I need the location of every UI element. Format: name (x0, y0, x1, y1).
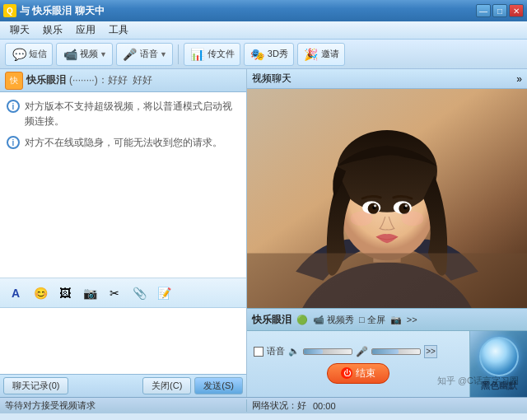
avatar: 快 (5, 72, 23, 90)
person-svg (247, 89, 527, 308)
video-icon: 📹 (62, 46, 78, 63)
title-bar: Q 与 快乐眼泪 聊天中 — □ ✕ (0, 0, 527, 21)
window-title: 与 快乐眼泪 聊天中 (20, 4, 105, 18)
left-panel: 快 快乐眼泪 (········)：好好 好好 i 对方版本不支持超级视频，将以… (0, 69, 247, 397)
camera-button[interactable]: 📷 (79, 282, 100, 304)
snapshot-button[interactable]: 📷 (390, 315, 402, 325)
maximize-button[interactable]: □ (492, 4, 507, 17)
chat-messages[interactable]: i 对方版本不支持超级视频，将以普通模式启动视频连接。 i 对方不在线或隐身，可… (0, 92, 246, 278)
invite-button[interactable]: 🎉 邀请 (297, 43, 345, 66)
menu-entertainment[interactable]: 娱乐 (36, 21, 69, 39)
voice-button[interactable]: 🎤 语音 ▼ (116, 43, 173, 66)
toolbar-separator (178, 44, 179, 64)
end-button[interactable]: ⏻ 结束 (327, 363, 389, 384)
status-left: 等待对方接受视频请求 (0, 399, 247, 412)
more-button[interactable]: >> (407, 315, 417, 324)
close-button[interactable]: ✕ (509, 4, 524, 17)
minimize-button[interactable]: — (476, 4, 491, 17)
speaker-icon: 🔈 (288, 346, 300, 357)
status-text-left: 等待对方接受视频请求 (5, 400, 96, 410)
network-status: 网络状况：好 (252, 399, 306, 412)
expand-icon[interactable]: » (516, 73, 522, 85)
svg-rect-15 (247, 254, 527, 309)
settings-arrow[interactable]: >> (424, 345, 437, 358)
title-bar-left: Q 与 快乐眼泪 聊天中 (3, 4, 105, 18)
3dshow-button[interactable]: 🎭 3D秀 (244, 43, 294, 66)
action-buttons: 关闭(C) 发送(S) (142, 377, 243, 394)
audio-checkbox[interactable] (254, 347, 264, 357)
video-dropdown-icon: ▼ (100, 50, 107, 58)
main-content: 快 快乐眼泪 (········)：好好 好好 i 对方版本不支持超级视频，将以… (0, 69, 527, 397)
svg-point-13 (351, 212, 373, 226)
menu-apps[interactable]: 应用 (69, 21, 102, 39)
close-chat-button[interactable]: 关闭(C) (142, 377, 191, 394)
menu-chat[interactable]: 聊天 (3, 21, 36, 39)
transfer-label: 传文件 (208, 48, 235, 60)
fullscreen-button[interactable]: □ 全屏 (359, 314, 385, 326)
transfer-icon: 📊 (189, 46, 206, 63)
send-label: 发送(S) (203, 380, 234, 392)
menu-bar: 聊天 娱乐 应用 工具 (0, 21, 527, 40)
user-name: 快乐眼泪 (26, 73, 66, 87)
font-button[interactable]: A (5, 282, 26, 304)
info-text-2: 对方不在线或隐身，可能无法收到您的请求。 (25, 135, 222, 150)
svg-point-11 (374, 204, 376, 207)
video-image (247, 89, 527, 308)
timer: 00:00 (313, 401, 336, 411)
sms-label: 短信 (29, 48, 47, 60)
magic-effect-preview[interactable] (479, 337, 519, 376)
emoji-button[interactable]: 😊 (30, 282, 51, 304)
audio-label: 语音 (267, 345, 285, 357)
invite-icon: 🎉 (303, 46, 319, 63)
video-display (247, 89, 527, 308)
video-button[interactable]: 📹 视频 ▼ (56, 43, 113, 66)
invite-label: 邀请 (321, 48, 339, 60)
svg-point-4 (337, 130, 437, 212)
video-user-name: 快乐眼泪 (252, 313, 291, 327)
close-label: 关闭(C) (152, 380, 182, 392)
note-button[interactable]: 📝 (153, 282, 175, 304)
svg-point-12 (405, 204, 408, 207)
end-label: 结束 (356, 366, 375, 380)
chat-user-bar: 快 快乐眼泪 (········)：好好 好好 (0, 69, 246, 92)
chat-input[interactable] (3, 311, 243, 369)
info-message-1: i 对方版本不支持超级视频，将以普通模式启动视频连接。 (7, 99, 240, 128)
title-bar-buttons: — □ ✕ (476, 4, 524, 17)
video-settings-right: 黑色幽默 (469, 331, 527, 397)
attach-button[interactable]: 📎 (128, 282, 150, 304)
send-button[interactable]: 发送(S) (194, 377, 243, 394)
videoshow-button[interactable]: 📹 视频秀 (313, 314, 354, 326)
transfer-button[interactable]: 📊 传文件 (184, 43, 240, 66)
video-controls-bar: 快乐眼泪 🟢 📹 视频秀 □ 全屏 📷 >> (247, 308, 527, 331)
voice-icon: 🎤 (122, 46, 138, 63)
bottom-bar-left: 聊天记录(0) 关闭(C) 发送(S) (0, 374, 246, 397)
image-button[interactable]: 🖼 (54, 282, 76, 304)
history-label: 聊天记录(0) (12, 380, 59, 392)
info-text-1: 对方版本不支持超级视频，将以普通模式启动视频连接。 (25, 99, 240, 128)
right-panel: 视频聊天 » (247, 69, 527, 397)
end-icon: ⏻ (341, 367, 352, 379)
magic-label: 黑色幽默 (481, 380, 517, 392)
sms-icon: 💬 (11, 46, 27, 63)
toolbar: 💬 短信 📹 视频 ▼ 🎤 语音 ▼ 📊 传文件 🎭 3D秀 🎉 邀请 (0, 40, 527, 69)
status-right: 网络状况：好 00:00 (247, 399, 527, 412)
video-title: 视频聊天 (252, 72, 291, 86)
sms-button[interactable]: 💬 短信 (5, 43, 53, 66)
video-settings-left: 语音 🔈 🎤 >> ⏻ 结束 (247, 331, 469, 397)
info-icon-1: i (7, 100, 20, 113)
3dshow-label: 3D秀 (268, 48, 288, 60)
end-button-container: ⏻ 结束 (254, 363, 463, 384)
mic-slider[interactable] (371, 348, 421, 355)
user-status: (········)：好好 好好 (69, 73, 152, 87)
volume-slider[interactable] (303, 348, 352, 355)
history-button[interactable]: 聊天记录(0) (3, 377, 68, 394)
video-settings-row: 语音 🔈 🎤 >> ⏻ 结束 (247, 331, 527, 397)
status-bar: 等待对方接受视频请求 网络状况：好 00:00 (0, 397, 527, 413)
mic-icon: 🎤 (356, 346, 368, 357)
audio-setting-row: 语音 🔈 🎤 >> (254, 345, 463, 358)
info-message-2: i 对方不在线或隐身，可能无法收到您的请求。 (7, 135, 240, 150)
info-icon-2: i (7, 136, 20, 149)
voice-dropdown-icon: ▼ (160, 50, 167, 58)
scissor-button[interactable]: ✂ (104, 282, 125, 304)
menu-tools[interactable]: 工具 (102, 21, 135, 39)
